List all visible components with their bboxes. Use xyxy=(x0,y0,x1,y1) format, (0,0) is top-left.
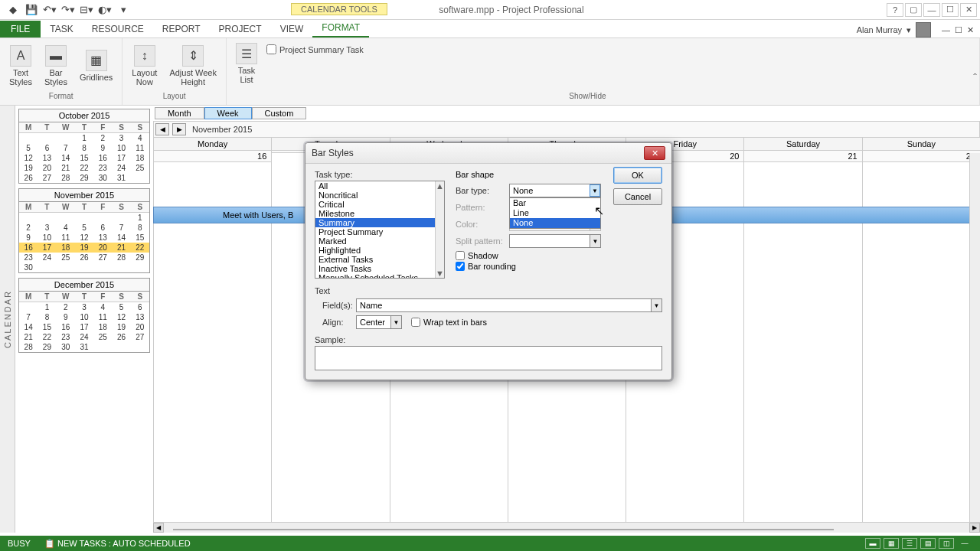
group-format: ATextStyles ▬BarStyles ▦Gridlines Format xyxy=(0,38,122,105)
avatar[interactable] xyxy=(916,22,931,37)
tab-task[interactable]: TASK xyxy=(41,21,82,37)
task-type-item[interactable]: Inactive Tasks xyxy=(315,264,444,273)
tab-report[interactable]: REPORT xyxy=(153,21,210,37)
user-menu-icon[interactable]: ▾ xyxy=(906,25,911,35)
mini-cal-december[interactable]: December 2015 MTWTFSS1234567891011121314… xyxy=(18,278,150,353)
dd-item-none[interactable]: None xyxy=(510,218,600,228)
bar-rounding-checkbox[interactable]: Bar rounding xyxy=(456,262,601,271)
prev-week-icon[interactable]: ◀ xyxy=(155,123,169,135)
ribbon: ATextStyles ▬BarStyles ▦Gridlines Format… xyxy=(0,38,980,106)
doc-minimize-icon[interactable]: — xyxy=(942,25,950,34)
tab-project[interactable]: PROJECT xyxy=(210,21,271,37)
bar-styles-dialog: Bar Styles ✕ OK Cancel Task type: AllNon… xyxy=(305,142,672,380)
custom-view-button[interactable]: Custom xyxy=(252,107,307,119)
bar-shape-block: Bar shape Bar type: None▼ Bar Line None … xyxy=(456,170,662,279)
minimize-icon[interactable]: — xyxy=(923,3,940,17)
task-type-item[interactable]: Milestone xyxy=(315,209,444,218)
task-type-list[interactable]: AllNoncriticalCriticalMilestoneSummaryPr… xyxy=(315,181,445,279)
sample-section: Sample: xyxy=(315,335,662,370)
date-nav-bar: ◀ ▶ November 2015 xyxy=(153,121,980,138)
task-type-item[interactable]: Noncritical xyxy=(315,191,444,200)
view-usage-icon[interactable]: ▦ xyxy=(884,538,899,549)
undo-icon[interactable]: ↶▾ xyxy=(43,3,57,17)
view-gantt-icon[interactable]: ▬ xyxy=(865,538,880,549)
task-type-item[interactable]: Project Summary xyxy=(315,227,444,236)
mini-cal-october[interactable]: October 2015 MTWTFSS12345678910111213141… xyxy=(18,109,150,184)
tab-resource[interactable]: RESOURCE xyxy=(83,21,153,37)
tab-view[interactable]: VIEW xyxy=(271,21,313,37)
filter-icon[interactable]: ◐▾ xyxy=(98,3,112,17)
next-week-icon[interactable]: ▶ xyxy=(172,123,186,135)
view-team-icon[interactable]: ☰ xyxy=(902,538,917,549)
dialog-titlebar[interactable]: Bar Styles ✕ xyxy=(305,143,671,164)
task-type-block: Task type: AllNoncriticalCriticalMilesto… xyxy=(315,170,445,279)
adjust-week-height-button[interactable]: ⇕Adjust WeekHeight xyxy=(166,44,220,88)
app-icon[interactable]: ◆ xyxy=(6,3,20,17)
view-toolbar: Month Week Custom xyxy=(153,106,980,121)
qat-customize-icon[interactable]: ▾ xyxy=(116,3,130,17)
split-pattern-combo[interactable]: ▼ xyxy=(509,234,601,248)
layout-now-button[interactable]: ↕LayoutNow xyxy=(129,44,160,88)
user-area: Alan Murray ▾ — ☐ ✕ xyxy=(857,22,980,37)
vertical-scrollbar[interactable] xyxy=(969,153,980,522)
text-styles-button[interactable]: ATextStyles xyxy=(6,44,35,88)
horizontal-scrollbar[interactable]: ◀ ▶ xyxy=(153,522,980,533)
task-type-item[interactable]: Critical xyxy=(315,200,444,209)
fields-combo[interactable]: Name▼ xyxy=(356,298,662,312)
doc-close-icon[interactable]: ✕ xyxy=(967,25,974,35)
month-panel: October 2015 MTWTFSS12345678910111213141… xyxy=(15,106,153,533)
shadow-checkbox[interactable]: Shadow xyxy=(456,251,601,260)
task-type-item[interactable]: Highlighted xyxy=(315,246,444,255)
bar-type-dropdown[interactable]: Bar Line None xyxy=(509,197,601,229)
quick-access-toolbar: ◆ 💾 ↶▾ ↷▾ ⊟▾ ◐▾ ▾ xyxy=(0,3,136,17)
contextual-tab-label: CALENDAR TOOLS xyxy=(291,3,387,15)
gridlines-button[interactable]: ▦Gridlines xyxy=(77,48,116,83)
dd-item-bar[interactable]: Bar xyxy=(510,198,600,208)
ribbon-tabs: FILE TASK RESOURCE REPORT PROJECT VIEW F… xyxy=(0,20,980,38)
align-combo[interactable]: Center▼ xyxy=(356,315,402,329)
dialog-close-icon[interactable]: ✕ xyxy=(644,146,665,160)
dd-item-line[interactable]: Line xyxy=(510,208,600,218)
tab-format[interactable]: FORMAT xyxy=(312,19,369,37)
view-resource-icon[interactable]: ▤ xyxy=(920,538,936,549)
text-section: Text Field(s): Name▼ Align: Center▼ Wrap… xyxy=(315,286,662,329)
task-type-item[interactable]: Manually Scheduled Tasks xyxy=(315,273,444,279)
doc-restore-icon[interactable]: ☐ xyxy=(955,25,962,35)
scroll-right-icon[interactable]: ▶ xyxy=(969,523,980,533)
file-tab[interactable]: FILE xyxy=(0,21,41,37)
combo-arrow-icon[interactable]: ▼ xyxy=(590,184,600,197)
status-new-tasks: 📋 NEW TASKS : AUTO SCHEDULED xyxy=(44,539,191,549)
ribbon-opts-icon[interactable]: ▢ xyxy=(905,3,922,17)
task-list-button[interactable]: ☰TaskList xyxy=(233,41,260,86)
project-summary-check[interactable] xyxy=(266,44,276,54)
sample-preview xyxy=(315,346,662,370)
scroll-left-icon[interactable]: ◀ xyxy=(153,523,164,533)
project-summary-checkbox[interactable]: Project Summary Task xyxy=(266,44,364,54)
help-icon[interactable]: ? xyxy=(887,3,903,17)
zoom-out-icon[interactable]: — xyxy=(957,538,972,549)
view-report-icon[interactable]: ◫ xyxy=(939,538,954,549)
window-controls: ? ▢ — ☐ ✕ xyxy=(887,3,980,17)
task-type-item[interactable]: All xyxy=(315,181,444,191)
titlebar: ◆ 💾 ↶▾ ↷▾ ⊟▾ ◐▾ ▾ CALENDAR TOOLS softwar… xyxy=(0,0,980,20)
bar-type-combo[interactable]: None▼ xyxy=(509,184,601,197)
scroll-thumb[interactable] xyxy=(173,529,834,530)
save-icon[interactable]: 💾 xyxy=(24,3,38,17)
statusbar: BUSY 📋 NEW TASKS : AUTO SCHEDULED ▬ ▦ ☰ … xyxy=(0,536,980,551)
task-type-item[interactable]: External Tasks xyxy=(315,255,444,264)
collapse-ribbon-icon[interactable]: ˆ xyxy=(973,72,977,84)
month-view-button[interactable]: Month xyxy=(155,107,204,119)
task-type-item[interactable]: Marked xyxy=(315,236,444,246)
redo-icon[interactable]: ↷▾ xyxy=(61,3,75,17)
task-type-item[interactable]: Summary xyxy=(315,218,444,227)
close-icon[interactable]: ✕ xyxy=(960,3,977,17)
group-showhide: ☰TaskList Project Summary Task Show/Hide xyxy=(227,38,980,105)
week-view-button[interactable]: Week xyxy=(204,107,252,119)
calendar-sidebar-tab[interactable]: CALENDAR xyxy=(0,106,15,533)
list-scrollbar[interactable]: ▲▼ xyxy=(435,181,444,278)
link-icon[interactable]: ⊟▾ xyxy=(80,3,93,17)
maximize-icon[interactable]: ☐ xyxy=(942,3,959,17)
mini-cal-november[interactable]: November 2015 MTWTFSS1234567891011121314… xyxy=(18,188,150,273)
wrap-text-checkbox[interactable]: Wrap text in bars xyxy=(411,318,487,327)
bar-styles-button[interactable]: ▬BarStyles xyxy=(41,44,70,88)
